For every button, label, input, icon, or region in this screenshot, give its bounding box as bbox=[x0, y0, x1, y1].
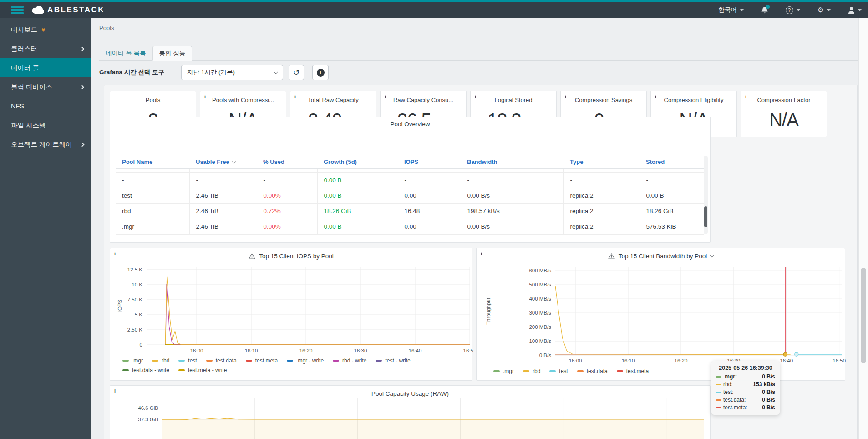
svg-text:400 MB/s: 400 MB/s bbox=[529, 296, 551, 301]
legend-item[interactable]: test.meta bbox=[246, 357, 278, 364]
sidebar-item[interactable]: 파일 시스템 bbox=[0, 116, 91, 135]
time-range-select[interactable]: 지난 1시간 (기본) bbox=[181, 65, 283, 80]
info-icon[interactable]: i bbox=[655, 94, 656, 99]
column-header[interactable]: Bandwidth bbox=[461, 156, 563, 168]
column-header[interactable]: Type bbox=[563, 156, 640, 168]
brand-logo[interactable]: ABLESTACK bbox=[32, 5, 105, 15]
legend-item[interactable]: .mgr bbox=[122, 357, 143, 364]
iops-chart-legend: .mgrrbdtesttest.datatest.meta.mgr - writ… bbox=[122, 357, 411, 373]
sidebar-item[interactable]: 오브젝트 게이트웨이 bbox=[0, 135, 91, 154]
svg-text:10 K: 10 K bbox=[132, 282, 142, 287]
table-scrollbar-thumb[interactable] bbox=[704, 206, 707, 227]
legend-color-dash bbox=[178, 360, 185, 362]
table-scrollbar[interactable] bbox=[704, 156, 708, 234]
sidebar-item[interactable]: 클러스터 bbox=[0, 39, 91, 58]
page-scrollbar-thumb[interactable] bbox=[861, 268, 866, 363]
svg-text:300 MB/s: 300 MB/s bbox=[529, 310, 551, 316]
panel-title: Pool Overview bbox=[110, 121, 710, 128]
table-row[interactable] bbox=[116, 168, 704, 172]
chevron-right-icon bbox=[80, 46, 85, 51]
grafana-controls: Grafana 시간 선택 도구 지난 1시간 (기본) ↺ i bbox=[99, 65, 329, 80]
stat-title: Compression Savings bbox=[575, 97, 632, 103]
tooltip-title: 2025-05-26 16:39:30 bbox=[716, 365, 775, 371]
legend-color-dash bbox=[246, 360, 252, 362]
legend-item[interactable]: test - write bbox=[376, 357, 410, 364]
svg-text:7.50 K: 7.50 K bbox=[127, 297, 143, 302]
legend-item[interactable]: .mgr bbox=[493, 368, 514, 374]
column-header[interactable]: IOPS bbox=[398, 156, 461, 168]
stat-title: Compression Eligibility bbox=[664, 97, 724, 103]
legend-item[interactable]: test.data bbox=[577, 368, 608, 374]
column-header[interactable]: % Used bbox=[257, 156, 317, 168]
sidebar-item[interactable]: 데이터 풀 bbox=[0, 58, 91, 77]
svg-text:500 MB/s: 500 MB/s bbox=[529, 282, 551, 287]
svg-text:16:40: 16:40 bbox=[409, 348, 422, 353]
svg-text:16:50: 16:50 bbox=[463, 348, 473, 353]
stat-title: Pools with Compressi... bbox=[212, 97, 274, 103]
settings-dropdown[interactable]: ⚙ bbox=[817, 6, 831, 14]
svg-text:0 B/s: 0 B/s bbox=[539, 352, 551, 358]
bandwidth-chart[interactable]: 600 MB/s500 MB/s400 MB/s300 MB/s200 MB/s… bbox=[477, 248, 845, 380]
language-dropdown[interactable]: 한국어 bbox=[718, 6, 744, 14]
tooltip-row: test.data:0 B/s bbox=[716, 397, 775, 403]
stat-value: N/A bbox=[769, 103, 798, 137]
column-header[interactable]: Pool Name bbox=[116, 156, 189, 168]
legend-item[interactable]: rbd - write bbox=[333, 357, 366, 364]
info-icon[interactable]: i bbox=[565, 94, 566, 99]
help-dropdown[interactable]: ? bbox=[786, 6, 800, 14]
legend-item[interactable]: .mgr - write bbox=[287, 357, 324, 364]
svg-text:2.50 K: 2.50 K bbox=[127, 327, 143, 332]
column-header[interactable]: Stored bbox=[640, 156, 704, 168]
bandwidth-chart-panel: i Top 15 Client Bandwidth by Pool 600 MB… bbox=[476, 248, 845, 381]
legend-item[interactable]: test.data bbox=[206, 357, 237, 364]
notifications-button[interactable] bbox=[761, 6, 768, 14]
svg-text:16:20: 16:20 bbox=[299, 348, 313, 353]
column-header[interactable]: Usable Free bbox=[189, 156, 257, 168]
sidebar-item-label: 데이터 풀 bbox=[11, 64, 39, 72]
svg-text:12.5 K: 12.5 K bbox=[127, 267, 143, 272]
stat-title: Compression Factor bbox=[757, 97, 810, 103]
legend-item[interactable]: test bbox=[178, 357, 197, 364]
info-icon[interactable]: i bbox=[745, 94, 746, 99]
table-row[interactable]: rbd2.46 TiB0.72%18.26 GiB16.48198.57 kB/… bbox=[116, 203, 704, 219]
tooltip-row: .mgr:0 B/s bbox=[716, 373, 775, 380]
info-icon[interactable]: i bbox=[204, 94, 206, 99]
svg-text:16:10: 16:10 bbox=[622, 358, 635, 363]
topbar-actions: 한국어 ? ⚙ bbox=[718, 6, 868, 14]
legend-color-dash bbox=[333, 360, 339, 362]
tab-active[interactable]: 통합 성능 bbox=[152, 46, 193, 61]
legend-item[interactable]: rbd bbox=[152, 357, 169, 364]
info-icon[interactable]: i bbox=[294, 94, 296, 99]
svg-text:16:30: 16:30 bbox=[354, 348, 367, 353]
info-icon[interactable]: i bbox=[475, 94, 476, 99]
legend-item[interactable]: test bbox=[549, 368, 568, 374]
legend-color-dash bbox=[617, 370, 623, 372]
table-row[interactable]: ---0.00 B---- bbox=[116, 172, 704, 188]
svg-text:16:00: 16:00 bbox=[569, 358, 582, 363]
user-dropdown[interactable] bbox=[848, 6, 862, 14]
sidebar: 대시보드♥클러스터데이터 풀블럭 디바이스NFS파일 시스템오브젝트 게이트웨이 bbox=[0, 18, 91, 439]
capacity-chart[interactable]: 46.6 GiB37.3 GiB bbox=[110, 386, 710, 439]
breadcrumb: Pools bbox=[99, 25, 114, 31]
svg-text:100 MB/s: 100 MB/s bbox=[529, 338, 551, 344]
info-button[interactable]: i bbox=[312, 65, 329, 80]
table-row[interactable]: .mgr2.46 TiB0.00%0.00 B0.000.00 B/srepli… bbox=[116, 219, 704, 234]
page-scrollbar[interactable] bbox=[858, 18, 868, 439]
info-circle-icon: i bbox=[317, 69, 325, 77]
column-header[interactable]: Growth (5d) bbox=[317, 156, 398, 168]
tab-inactive[interactable]: 데이터 풀 목록 bbox=[99, 46, 152, 60]
sidebar-item[interactable]: 대시보드♥ bbox=[0, 20, 91, 39]
sidebar-item[interactable]: 블럭 디바이스 bbox=[0, 77, 91, 97]
sidebar-item[interactable]: NFS bbox=[0, 97, 91, 116]
legend-item[interactable]: rbd bbox=[523, 368, 540, 374]
grafana-time-label: Grafana 시간 선택 도구 bbox=[99, 68, 181, 77]
info-icon[interactable]: i bbox=[385, 94, 386, 99]
bandwidth-chart-legend: .mgrrbdtesttest.datatest.meta bbox=[493, 368, 649, 374]
language-label: 한국어 bbox=[718, 6, 737, 14]
legend-item[interactable]: test.data - write bbox=[122, 367, 169, 373]
refresh-button[interactable]: ↺ bbox=[289, 65, 304, 80]
legend-item[interactable]: test.meta bbox=[617, 368, 649, 374]
table-row[interactable]: test2.46 TiB0.00%0.00 B0.000.00 B/srepli… bbox=[116, 188, 704, 203]
menu-toggle-button[interactable] bbox=[11, 5, 24, 15]
legend-item[interactable]: test.meta - write bbox=[178, 367, 227, 373]
